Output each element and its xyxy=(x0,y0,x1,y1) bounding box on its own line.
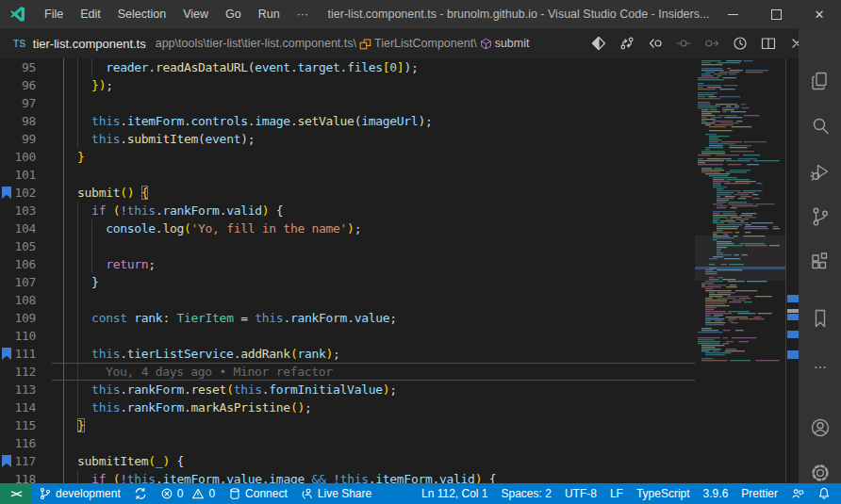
status-encoding[interactable]: UTF-8 xyxy=(558,483,603,504)
code-line[interactable]: 104 console.log('Yo, fill in the name'); xyxy=(0,219,695,237)
code-line[interactable]: 115 } xyxy=(0,416,695,434)
code-line[interactable]: 100 } xyxy=(0,148,695,166)
code-line[interactable]: 107 } xyxy=(0,273,695,291)
vscode-window: FileEditSelectionViewGoRun··· tier-list.… xyxy=(0,0,841,504)
code-line[interactable]: 110 xyxy=(0,327,695,345)
code-text: } xyxy=(63,273,99,291)
typescript-file-icon: TS xyxy=(13,39,26,49)
extensions-icon[interactable] xyxy=(799,247,841,277)
indent-guide xyxy=(63,363,64,381)
status-ts-version[interactable]: 3.9.6 xyxy=(697,483,735,504)
current-change-icon[interactable] xyxy=(675,35,692,52)
indent-guide xyxy=(63,166,64,184)
code-line[interactable]: 95 reader.readAsDataURL(event.target.fil… xyxy=(0,58,695,76)
source-control-icon[interactable] xyxy=(799,202,841,232)
status-branch[interactable]: development xyxy=(32,483,127,504)
indent-guide xyxy=(63,94,64,112)
status-connect[interactable]: Connect xyxy=(222,483,294,504)
timeline-icon[interactable] xyxy=(732,35,749,52)
line-number: 108 xyxy=(0,291,36,309)
account-icon[interactable] xyxy=(799,413,841,443)
menu-item-go[interactable]: Go xyxy=(217,0,250,28)
code-text: return; xyxy=(63,255,156,273)
more-views-icon[interactable] xyxy=(799,352,841,382)
search-icon[interactable] xyxy=(799,111,841,141)
status-feedback[interactable] xyxy=(784,483,811,504)
active-file-name[interactable]: tier-list.component.ts xyxy=(33,37,146,51)
run-debug-icon[interactable] xyxy=(799,156,841,187)
code-text: submit() { xyxy=(63,184,148,202)
menu-item-edit[interactable]: Edit xyxy=(72,0,109,28)
indent-guide xyxy=(63,434,64,452)
menu-item-file[interactable]: File xyxy=(36,0,72,28)
bookmarks-icon[interactable] xyxy=(799,303,841,333)
code-line[interactable]: 96 }); xyxy=(0,76,695,94)
code-line[interactable]: 106 return; xyxy=(0,255,695,273)
status-problems[interactable]: 00 xyxy=(154,483,222,504)
minimap[interactable] xyxy=(695,58,785,483)
status-bar: >< development00ConnectLive Share Ln 112… xyxy=(0,483,841,504)
code-line[interactable]: 109 const rank: TierItem = this.rankForm… xyxy=(0,309,695,327)
status-indentation[interactable]: Spaces: 2 xyxy=(495,483,558,504)
remote-indicator[interactable]: >< xyxy=(0,483,32,504)
status-eol[interactable]: LF xyxy=(603,483,630,504)
sync-icon xyxy=(134,487,147,500)
code-line[interactable]: 103 if (!this.rankForm.valid) { xyxy=(0,202,695,219)
code-line[interactable]: 101 xyxy=(0,166,695,184)
code-editor[interactable]: 95 reader.readAsDataURL(event.target.fil… xyxy=(0,58,695,483)
overview-ruler[interactable] xyxy=(785,58,799,483)
status-sync[interactable] xyxy=(127,483,154,504)
menu-item-selection[interactable]: Selection xyxy=(109,0,174,28)
breadcrumb-path[interactable]: app\tools\tier-list\tier-list.component.… xyxy=(156,37,356,50)
line-number: 118 xyxy=(0,470,36,483)
code-line[interactable]: 111 this.tierListService.addRank(rank); xyxy=(0,345,695,363)
open-changes-icon[interactable] xyxy=(590,35,607,52)
code-line[interactable]: 112You, 4 days ago • Minor refactor xyxy=(0,363,695,381)
code-text: this.rankForm.reset(this.formInitialValu… xyxy=(63,381,397,398)
indent-guide xyxy=(77,363,78,381)
indent-guide xyxy=(77,237,78,255)
code-line[interactable]: 97 xyxy=(0,94,695,112)
status-live-share[interactable]: Live Share xyxy=(294,483,378,504)
git-compare-icon[interactable] xyxy=(618,35,635,52)
code-line[interactable]: 105 xyxy=(0,237,695,255)
status-language[interactable]: TypeScript xyxy=(630,483,697,504)
vscode-insiders-logo-icon xyxy=(9,6,28,23)
line-number: 113 xyxy=(0,381,36,398)
menu-item-view[interactable]: View xyxy=(174,0,217,28)
code-line[interactable]: 116 xyxy=(0,434,695,452)
line-number: 116 xyxy=(0,434,36,452)
code-line[interactable]: 118 if (!this.itemForm.value.image && !t… xyxy=(0,470,695,483)
code-text: submitItem(_) { xyxy=(63,452,184,470)
menu-item-[interactable]: ··· xyxy=(289,0,318,28)
menu-item-run[interactable]: Run xyxy=(250,0,289,28)
code-text: console.log('Yo, fill in the name'); xyxy=(63,219,361,237)
status-cursor-position[interactable]: Ln 112, Col 1 xyxy=(415,483,495,504)
indent-guide xyxy=(63,237,64,255)
ruler-bookmark-mark xyxy=(787,350,799,359)
minimize-button[interactable] xyxy=(711,0,754,28)
breadcrumb-class[interactable]: TierListComponent xyxy=(374,37,473,50)
explorer-icon[interactable] xyxy=(799,66,841,96)
code-line[interactable]: 117 submitItem(_) { xyxy=(0,452,695,470)
indent-guide xyxy=(91,237,92,255)
status-notifications[interactable] xyxy=(811,483,837,504)
code-line[interactable]: 113 this.rankForm.reset(this.formInitial… xyxy=(0,381,695,398)
code-line[interactable]: 108 xyxy=(0,291,695,309)
previous-change-icon[interactable] xyxy=(647,35,664,52)
breadcrumb-method[interactable]: submit xyxy=(495,37,530,50)
liveshare-icon xyxy=(301,487,314,500)
next-change-icon[interactable] xyxy=(703,35,720,52)
code-text: if (!this.itemForm.value.image && !this.… xyxy=(63,470,496,483)
indent-guide xyxy=(77,291,78,309)
code-line[interactable]: 114 this.rankForm.markAsPristine(); xyxy=(0,398,695,416)
code-line[interactable]: 99 this.submitItem(event); xyxy=(0,130,695,148)
close-button[interactable]: ✕ xyxy=(798,0,841,28)
code-line[interactable]: 102 submit() { xyxy=(0,184,695,202)
split-editor-icon[interactable] xyxy=(760,35,777,52)
maximize-button[interactable] xyxy=(754,0,798,28)
status-formatter[interactable]: Prettier xyxy=(734,483,784,504)
code-line[interactable]: 98 this.itemForm.controls.image.setValue… xyxy=(0,112,695,130)
line-number: 97 xyxy=(0,94,36,112)
code-text: this.tierListService.addRank(rank); xyxy=(63,345,340,363)
